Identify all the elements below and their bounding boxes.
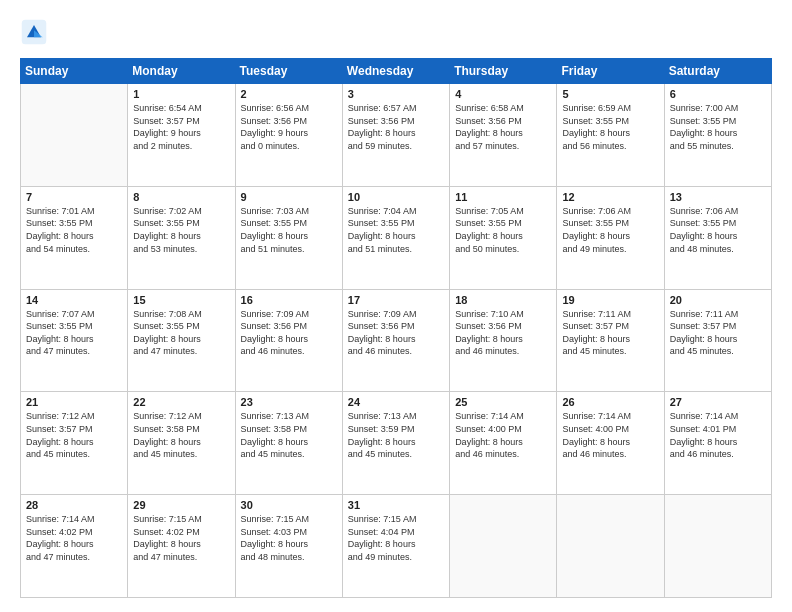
- col-header-monday: Monday: [128, 59, 235, 84]
- logo-icon: [20, 18, 48, 46]
- day-number: 15: [133, 294, 229, 306]
- day-info: Sunrise: 7:01 AM Sunset: 3:55 PM Dayligh…: [26, 205, 122, 255]
- day-cell: 13Sunrise: 7:06 AM Sunset: 3:55 PM Dayli…: [664, 186, 771, 289]
- day-number: 25: [455, 396, 551, 408]
- day-info: Sunrise: 7:13 AM Sunset: 3:58 PM Dayligh…: [241, 410, 337, 460]
- day-cell: [21, 84, 128, 187]
- col-header-wednesday: Wednesday: [342, 59, 449, 84]
- day-number: 16: [241, 294, 337, 306]
- calendar-table: SundayMondayTuesdayWednesdayThursdayFrid…: [20, 58, 772, 598]
- day-cell: 7Sunrise: 7:01 AM Sunset: 3:55 PM Daylig…: [21, 186, 128, 289]
- day-cell: 25Sunrise: 7:14 AM Sunset: 4:00 PM Dayli…: [450, 392, 557, 495]
- day-info: Sunrise: 7:14 AM Sunset: 4:00 PM Dayligh…: [455, 410, 551, 460]
- day-cell: 28Sunrise: 7:14 AM Sunset: 4:02 PM Dayli…: [21, 495, 128, 598]
- day-info: Sunrise: 7:13 AM Sunset: 3:59 PM Dayligh…: [348, 410, 444, 460]
- day-number: 28: [26, 499, 122, 511]
- day-info: Sunrise: 6:54 AM Sunset: 3:57 PM Dayligh…: [133, 102, 229, 152]
- week-row-1: 1Sunrise: 6:54 AM Sunset: 3:57 PM Daylig…: [21, 84, 772, 187]
- day-info: Sunrise: 7:05 AM Sunset: 3:55 PM Dayligh…: [455, 205, 551, 255]
- day-info: Sunrise: 7:14 AM Sunset: 4:01 PM Dayligh…: [670, 410, 766, 460]
- day-number: 9: [241, 191, 337, 203]
- day-cell: 20Sunrise: 7:11 AM Sunset: 3:57 PM Dayli…: [664, 289, 771, 392]
- day-info: Sunrise: 6:57 AM Sunset: 3:56 PM Dayligh…: [348, 102, 444, 152]
- day-cell: 1Sunrise: 6:54 AM Sunset: 3:57 PM Daylig…: [128, 84, 235, 187]
- day-cell: 30Sunrise: 7:15 AM Sunset: 4:03 PM Dayli…: [235, 495, 342, 598]
- day-number: 26: [562, 396, 658, 408]
- day-number: 20: [670, 294, 766, 306]
- day-cell: 18Sunrise: 7:10 AM Sunset: 3:56 PM Dayli…: [450, 289, 557, 392]
- day-cell: [557, 495, 664, 598]
- day-info: Sunrise: 7:06 AM Sunset: 3:55 PM Dayligh…: [562, 205, 658, 255]
- day-cell: 2Sunrise: 6:56 AM Sunset: 3:56 PM Daylig…: [235, 84, 342, 187]
- col-header-friday: Friday: [557, 59, 664, 84]
- day-cell: 21Sunrise: 7:12 AM Sunset: 3:57 PM Dayli…: [21, 392, 128, 495]
- day-cell: 23Sunrise: 7:13 AM Sunset: 3:58 PM Dayli…: [235, 392, 342, 495]
- week-row-5: 28Sunrise: 7:14 AM Sunset: 4:02 PM Dayli…: [21, 495, 772, 598]
- day-cell: 29Sunrise: 7:15 AM Sunset: 4:02 PM Dayli…: [128, 495, 235, 598]
- day-info: Sunrise: 7:04 AM Sunset: 3:55 PM Dayligh…: [348, 205, 444, 255]
- day-info: Sunrise: 7:15 AM Sunset: 4:04 PM Dayligh…: [348, 513, 444, 563]
- day-cell: 26Sunrise: 7:14 AM Sunset: 4:00 PM Dayli…: [557, 392, 664, 495]
- day-cell: 27Sunrise: 7:14 AM Sunset: 4:01 PM Dayli…: [664, 392, 771, 495]
- day-cell: 16Sunrise: 7:09 AM Sunset: 3:56 PM Dayli…: [235, 289, 342, 392]
- day-number: 3: [348, 88, 444, 100]
- col-header-thursday: Thursday: [450, 59, 557, 84]
- day-info: Sunrise: 7:00 AM Sunset: 3:55 PM Dayligh…: [670, 102, 766, 152]
- day-info: Sunrise: 7:11 AM Sunset: 3:57 PM Dayligh…: [670, 308, 766, 358]
- day-number: 7: [26, 191, 122, 203]
- day-info: Sunrise: 7:15 AM Sunset: 4:02 PM Dayligh…: [133, 513, 229, 563]
- day-number: 22: [133, 396, 229, 408]
- day-number: 19: [562, 294, 658, 306]
- day-cell: 9Sunrise: 7:03 AM Sunset: 3:55 PM Daylig…: [235, 186, 342, 289]
- day-number: 6: [670, 88, 766, 100]
- day-number: 4: [455, 88, 551, 100]
- day-cell: 4Sunrise: 6:58 AM Sunset: 3:56 PM Daylig…: [450, 84, 557, 187]
- day-number: 17: [348, 294, 444, 306]
- col-header-saturday: Saturday: [664, 59, 771, 84]
- day-info: Sunrise: 7:09 AM Sunset: 3:56 PM Dayligh…: [348, 308, 444, 358]
- day-cell: [450, 495, 557, 598]
- day-info: Sunrise: 7:06 AM Sunset: 3:55 PM Dayligh…: [670, 205, 766, 255]
- day-info: Sunrise: 7:07 AM Sunset: 3:55 PM Dayligh…: [26, 308, 122, 358]
- day-number: 5: [562, 88, 658, 100]
- day-cell: 22Sunrise: 7:12 AM Sunset: 3:58 PM Dayli…: [128, 392, 235, 495]
- day-cell: 15Sunrise: 7:08 AM Sunset: 3:55 PM Dayli…: [128, 289, 235, 392]
- header: [20, 18, 772, 46]
- day-info: Sunrise: 7:14 AM Sunset: 4:02 PM Dayligh…: [26, 513, 122, 563]
- day-number: 29: [133, 499, 229, 511]
- page: SundayMondayTuesdayWednesdayThursdayFrid…: [0, 0, 792, 612]
- week-row-3: 14Sunrise: 7:07 AM Sunset: 3:55 PM Dayli…: [21, 289, 772, 392]
- day-info: Sunrise: 7:11 AM Sunset: 3:57 PM Dayligh…: [562, 308, 658, 358]
- day-number: 12: [562, 191, 658, 203]
- day-number: 13: [670, 191, 766, 203]
- day-cell: 10Sunrise: 7:04 AM Sunset: 3:55 PM Dayli…: [342, 186, 449, 289]
- calendar-header-row: SundayMondayTuesdayWednesdayThursdayFrid…: [21, 59, 772, 84]
- day-number: 24: [348, 396, 444, 408]
- day-number: 2: [241, 88, 337, 100]
- day-cell: 3Sunrise: 6:57 AM Sunset: 3:56 PM Daylig…: [342, 84, 449, 187]
- day-info: Sunrise: 7:03 AM Sunset: 3:55 PM Dayligh…: [241, 205, 337, 255]
- day-number: 21: [26, 396, 122, 408]
- day-number: 31: [348, 499, 444, 511]
- day-info: Sunrise: 7:09 AM Sunset: 3:56 PM Dayligh…: [241, 308, 337, 358]
- day-number: 27: [670, 396, 766, 408]
- day-cell: 5Sunrise: 6:59 AM Sunset: 3:55 PM Daylig…: [557, 84, 664, 187]
- day-info: Sunrise: 6:58 AM Sunset: 3:56 PM Dayligh…: [455, 102, 551, 152]
- day-number: 30: [241, 499, 337, 511]
- week-row-4: 21Sunrise: 7:12 AM Sunset: 3:57 PM Dayli…: [21, 392, 772, 495]
- day-cell: 17Sunrise: 7:09 AM Sunset: 3:56 PM Dayli…: [342, 289, 449, 392]
- day-cell: 8Sunrise: 7:02 AM Sunset: 3:55 PM Daylig…: [128, 186, 235, 289]
- day-number: 14: [26, 294, 122, 306]
- col-header-tuesday: Tuesday: [235, 59, 342, 84]
- day-number: 18: [455, 294, 551, 306]
- day-info: Sunrise: 7:02 AM Sunset: 3:55 PM Dayligh…: [133, 205, 229, 255]
- week-row-2: 7Sunrise: 7:01 AM Sunset: 3:55 PM Daylig…: [21, 186, 772, 289]
- day-cell: 12Sunrise: 7:06 AM Sunset: 3:55 PM Dayli…: [557, 186, 664, 289]
- day-info: Sunrise: 7:15 AM Sunset: 4:03 PM Dayligh…: [241, 513, 337, 563]
- day-cell: [664, 495, 771, 598]
- day-cell: 6Sunrise: 7:00 AM Sunset: 3:55 PM Daylig…: [664, 84, 771, 187]
- day-cell: 14Sunrise: 7:07 AM Sunset: 3:55 PM Dayli…: [21, 289, 128, 392]
- day-info: Sunrise: 6:59 AM Sunset: 3:55 PM Dayligh…: [562, 102, 658, 152]
- logo: [20, 18, 50, 46]
- day-info: Sunrise: 6:56 AM Sunset: 3:56 PM Dayligh…: [241, 102, 337, 152]
